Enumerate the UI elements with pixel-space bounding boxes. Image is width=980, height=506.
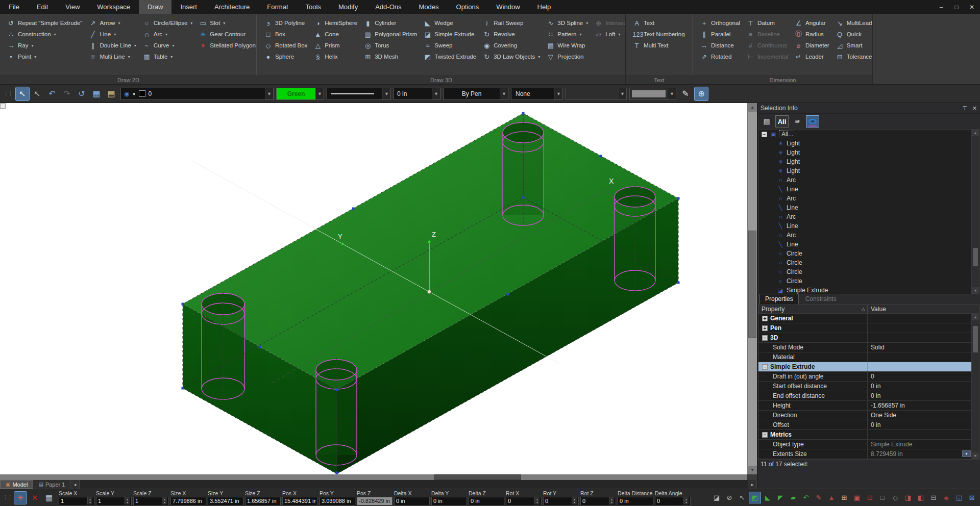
y-axis-handle[interactable] (341, 242, 344, 245)
menu-window[interactable]: Window (487, 0, 528, 14)
model-viewport[interactable]: Y Z X (0, 103, 747, 474)
field-input-rot-z[interactable]: 0▲▼ (580, 497, 616, 505)
grid-scroll-up-icon[interactable]: ▲ (972, 314, 979, 320)
vertical-scroll-thumb[interactable] (748, 231, 756, 338)
field-input-size-y[interactable]: 3.552471 in (208, 497, 243, 505)
ribbon-arc[interactable]: ∩Arc▾ (140, 29, 195, 40)
drawing-canvas[interactable]: Y Z X ▲ ▼ (0, 103, 757, 474)
ribbon-pattern[interactable]: ∷Pattern▾ (544, 29, 591, 40)
ribbon-table[interactable]: ▦Table▾ (140, 51, 195, 62)
visibility-eye-icon[interactable] (806, 115, 819, 128)
stamp-tool-icon[interactable]: ⊞ (839, 492, 850, 503)
render-scene-icon[interactable]: ⊕ (695, 87, 708, 100)
render-hidden-line-icon[interactable]: ◣ (762, 492, 773, 503)
ribbon-wire-wrap[interactable]: ▤Wire Wrap (544, 40, 591, 51)
minimize-button[interactable]: – (937, 4, 945, 11)
close-button[interactable]: ✕ (968, 4, 976, 11)
line-width-dropdown-icon[interactable]: ▼ (432, 88, 440, 99)
prop-row-solid-mode[interactable]: Solid ModeSolid (758, 343, 971, 352)
ribbon-box[interactable]: □Box (261, 29, 310, 40)
menu-insert[interactable]: Insert (172, 0, 206, 14)
selection-table-icon[interactable]: ▦ (43, 492, 55, 504)
ribbon-line[interactable]: ╱Line▾ (86, 29, 138, 40)
field-input-size-x[interactable]: 7.799886 in (170, 497, 206, 505)
expander-icon[interactable]: − (762, 335, 768, 341)
ribbon-revolve[interactable]: ↻Revolve (480, 29, 543, 40)
tree-item-light[interactable]: ✳Light (758, 139, 971, 148)
field-input-delta-x[interactable]: 0 in (394, 497, 430, 505)
field-input-pos-x[interactable]: 15.484391 in (282, 497, 318, 505)
node-select-icon[interactable]: ↖ (31, 87, 44, 100)
grid-scroll-down-icon[interactable]: ▼ (972, 452, 979, 459)
ribbon-simple-extrude[interactable]: ◪Simple Extrude (421, 29, 479, 40)
ribbon-loft[interactable]: ▱Loft▾ (592, 29, 626, 40)
swap-arrows-icon[interactable]: ◈ (941, 492, 952, 503)
field-input-scale-y[interactable]: 1▲▼ (96, 497, 132, 505)
ribbon-parallel[interactable]: ∥Parallel (697, 29, 743, 40)
menu-options[interactable]: Options (448, 0, 488, 14)
tab-scroll-left-icon[interactable]: ◂ (70, 480, 80, 489)
statusbar-grip[interactable]: ⋮⋮ (3, 494, 12, 501)
prop-row-pen[interactable]: +Pen (758, 323, 971, 333)
field-input-rot-x[interactable]: 0▲▼ (506, 497, 542, 505)
tree-item-circle[interactable]: ○Circle (758, 276, 971, 286)
format-painter-icon[interactable]: ✎ (679, 87, 692, 100)
corner-handle-icon[interactable]: ◱ (953, 492, 965, 503)
pen-combo[interactable]: By Pen ▼ (443, 88, 508, 100)
ribbon-construction[interactable]: ∴Construction▾ (4, 29, 85, 40)
selection-grid-icon[interactable]: ▦ (90, 87, 103, 100)
tree-scroll-down-icon[interactable]: ▼ (972, 287, 979, 294)
tree-item-arc[interactable]: ∩Arc (758, 231, 971, 240)
layers-icon[interactable]: ▤ (105, 87, 118, 100)
prop-row-draft-in-out-angle[interactable]: Draft in (out) angle0 (758, 372, 971, 382)
cone-snap-icon[interactable]: ▲ (826, 492, 837, 503)
menu-file[interactable]: File (0, 0, 28, 14)
expander-icon[interactable]: + (762, 325, 768, 331)
ribbon-smart[interactable]: ◿Smart (833, 40, 873, 51)
tree-item-circle[interactable]: ○Circle (758, 249, 971, 258)
prop-row-extents-size[interactable]: Extents Size8.729459 in▼ (758, 449, 971, 459)
tree-item-line[interactable]: ╲Line (758, 185, 971, 194)
prop-row-simple-extrude[interactable]: −Simple Extrude (758, 362, 971, 372)
spinner-icons[interactable]: ▲▼ (534, 497, 540, 504)
collapse-expander-icon[interactable]: − (762, 132, 767, 137)
undo-icon[interactable]: ↶ (45, 87, 59, 100)
ribbon-repeat-simple-extrude[interactable]: ↺Repeat "Simple Extrude" (4, 17, 85, 29)
flip-vertical-icon[interactable]: ◧ (915, 492, 926, 503)
ribbon-ray[interactable]: →Ray▾ (4, 40, 85, 51)
line-width-combo[interactable]: 0 in ▼ (394, 88, 440, 100)
spinner-icons[interactable]: ▲▼ (87, 497, 92, 504)
palette-icon[interactable]: ✳ (14, 492, 27, 504)
close-icon[interactable]: ✕ (972, 105, 977, 112)
tree-item-light[interactable]: ✳Light (758, 148, 971, 157)
tree-scroll-thumb[interactable] (973, 248, 978, 266)
prop-row-3d[interactable]: −3D (758, 333, 971, 343)
field-input-delta-y[interactable]: 0 in (431, 497, 467, 505)
field-input-delta-z[interactable]: 0 in (469, 497, 504, 505)
expander-icon[interactable]: − (762, 432, 768, 438)
ribbon-twisted-extrude[interactable]: ◩Twisted Extrude (421, 51, 479, 62)
scroll-up-icon[interactable]: ▲ (748, 103, 757, 112)
menu-modes[interactable]: Modes (410, 0, 447, 14)
ribbon-slot[interactable]: ▭Slot▾ (196, 17, 257, 29)
ribbon-text[interactable]: AText (630, 17, 688, 29)
value-dropdown-icon[interactable]: ▼ (962, 450, 971, 457)
field-input-delta-distance[interactable]: 0 in (618, 497, 653, 505)
scroll-down-icon[interactable]: ▼ (748, 466, 757, 474)
menu-edit[interactable]: Edit (28, 0, 57, 14)
prop-row-offset[interactable]: Offset0 in (758, 420, 971, 430)
tree-item-light[interactable]: ✳Light (758, 166, 971, 175)
restore-button[interactable]: □ (952, 4, 961, 11)
origin-point[interactable] (428, 290, 431, 294)
field-input-scale-x[interactable]: 1▲▼ (59, 497, 94, 505)
tree-item-line[interactable]: ╲Line (758, 203, 971, 212)
field-input-delta-angle[interactable]: 0▲▼ (655, 497, 691, 505)
ribbon-orthogonal[interactable]: +Orthogonal (697, 17, 743, 29)
prop-row-object-type[interactable]: Object typeSimple Extrude (758, 440, 971, 449)
tab-model[interactable]: ▣Model (0, 480, 33, 489)
spinner-icons[interactable]: ▲▼ (162, 497, 167, 504)
menu-add-ons[interactable]: Add-Ons (366, 0, 410, 14)
prop-row-end-offset-distance[interactable]: End offset distance0 in (758, 391, 971, 401)
tree-item-arc[interactable]: ∩Arc (758, 175, 971, 185)
field-input-pos-y[interactable]: 3.039088 in (320, 497, 355, 505)
